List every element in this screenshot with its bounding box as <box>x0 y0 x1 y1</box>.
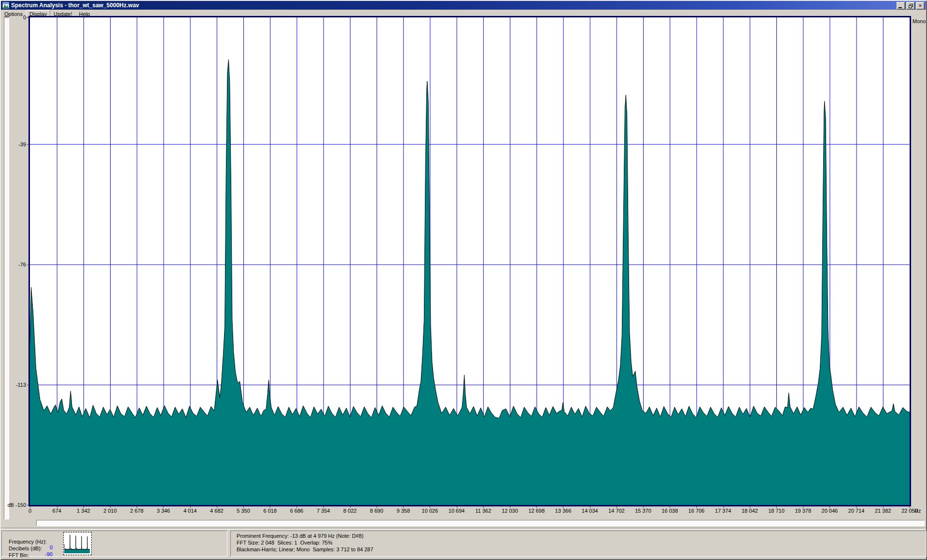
window-title: Spectrum Analysis - thor_wt_saw_5000Hz.w… <box>11 2 139 9</box>
freq-tick-label: 8 690 <box>370 508 383 514</box>
fft-size-text: FFT Size: 2 048 Slices: 1 Overlap: 75% <box>237 540 333 546</box>
freq-tick-label: 13 366 <box>555 508 572 514</box>
freq-tick-mark <box>857 506 857 508</box>
freq-tick-label: 18 042 <box>742 508 758 514</box>
status-left-panel: Frequency (Hz): 0 Decibels (dB): -90 FFT… <box>1 531 227 557</box>
freq-tick-mark <box>590 506 590 508</box>
status-right-panel: Prominent Frequency: -13 dB at 4 979 Hz … <box>230 531 927 557</box>
freq-tick-label: 10 026 <box>422 508 438 514</box>
freq-tick-mark <box>137 506 137 508</box>
freq-tick-mark <box>776 506 777 508</box>
freq-tick-mark <box>270 506 270 508</box>
db-tick-mark <box>27 17 29 18</box>
selection-thumbnail <box>63 532 92 555</box>
freq-tick-mark <box>190 506 191 508</box>
freq-tick-label: 16 038 <box>661 508 678 514</box>
freq-tick-mark <box>723 506 724 508</box>
close-icon: ✕ <box>918 4 922 8</box>
freq-tick-label: 20 046 <box>822 508 838 514</box>
freq-unit-label: Hz <box>914 508 921 514</box>
freq-tick-mark <box>163 506 164 508</box>
freq-tick-label: 2 678 <box>130 508 144 514</box>
fft-bin-label: FFT Bin: <box>9 552 29 558</box>
db-tick-mark <box>27 144 29 145</box>
window-function-text: Blackman-Harris; Linear; Mono Samples: 3… <box>237 546 373 553</box>
freq-tick-label: 0 <box>28 508 31 514</box>
freq-tick-label: 4 014 <box>183 508 197 514</box>
freq-tick-mark <box>829 506 830 508</box>
freq-tick-mark <box>457 506 457 508</box>
freq-tick-mark <box>296 506 297 508</box>
db-tick-label: -76 <box>0 262 26 267</box>
db-tick-label: dB -150 <box>0 502 26 508</box>
freq-tick-mark <box>430 506 430 508</box>
freq-tick-label: 6 018 <box>264 508 277 514</box>
freq-tick-label: 674 <box>53 508 61 514</box>
freq-tick-mark <box>84 506 84 508</box>
freq-tick-label: 15 370 <box>635 508 651 514</box>
freq-tick-mark <box>323 506 324 508</box>
freq-tick-mark <box>403 506 404 508</box>
freq-tick-mark <box>350 506 351 508</box>
minimize-button[interactable] <box>897 2 905 10</box>
freq-tick-label: 11 362 <box>475 508 491 514</box>
freq-tick-label: 1 342 <box>77 508 90 514</box>
freq-tick-mark <box>617 506 617 508</box>
freq-tick-label: 3 346 <box>157 508 170 514</box>
restore-button[interactable] <box>906 2 915 10</box>
app-icon <box>2 2 9 9</box>
frequency-label: Frequency (Hz): <box>9 539 47 545</box>
freq-tick-label: 14 034 <box>582 508 598 514</box>
prominent-frequency-text: Prominent Frequency: -13 dB at 4 979 Hz … <box>237 533 364 540</box>
spectrum-outline <box>30 60 910 419</box>
decibels-label: Decibels (dB): <box>9 546 42 551</box>
freq-tick-label: 9 358 <box>396 508 410 514</box>
freq-tick-mark <box>243 506 244 508</box>
spectrum-plot[interactable] <box>30 17 910 505</box>
freq-tick-label: 12 698 <box>528 508 545 514</box>
close-button[interactable]: ✕ <box>916 2 925 10</box>
freq-tick-mark <box>563 506 563 508</box>
spectrum-outline <box>64 535 90 550</box>
db-tick-mark <box>27 385 29 385</box>
decibels-value: -90 <box>28 551 53 557</box>
freq-tick-label: 2 010 <box>103 508 117 514</box>
freq-tick-mark <box>696 506 697 508</box>
freq-tick-label: 10 694 <box>449 508 465 514</box>
freq-tick-label: 16 706 <box>688 508 705 514</box>
db-tick-mark <box>27 265 29 265</box>
freq-tick-mark <box>536 506 537 508</box>
db-tick-label: -113 <box>0 382 26 388</box>
freq-tick-mark <box>57 506 57 508</box>
freq-tick-mark <box>510 506 510 508</box>
window-controls: ✕ <box>896 2 925 10</box>
freq-tick-label: 21 382 <box>875 508 891 514</box>
freq-tick-label: 7 354 <box>317 508 330 514</box>
spectrum-area <box>30 60 910 505</box>
restore-icon <box>909 4 913 8</box>
freq-tick-mark <box>483 506 484 508</box>
db-tick-mark <box>27 505 29 505</box>
freq-tick-label: 18 710 <box>768 508 785 514</box>
freq-tick-label: 6 686 <box>290 508 304 514</box>
freq-tick-label: 8 022 <box>343 508 357 514</box>
db-tick-label: -39 <box>0 141 26 147</box>
minimize-icon <box>899 7 902 8</box>
freq-tick-mark <box>910 506 910 508</box>
title-bar[interactable]: Spectrum Analysis - thor_wt_saw_5000Hz.w… <box>1 1 926 10</box>
freq-tick-mark <box>803 506 803 508</box>
status-divider <box>1 528 926 530</box>
freq-tick-mark <box>377 506 377 508</box>
fft-bin-value: 0 <box>28 558 53 560</box>
channel-label: Mono <box>913 18 926 24</box>
bottom-scroll-track[interactable] <box>36 520 925 526</box>
freq-tick-label: 5 350 <box>237 508 250 514</box>
freq-tick-label: 4 682 <box>210 508 224 514</box>
freq-tick-label: 19 378 <box>795 508 811 514</box>
db-tick-label: 0 <box>0 14 26 20</box>
left-scroll-track[interactable] <box>4 17 9 519</box>
freq-tick-mark <box>110 506 111 508</box>
mini-spectrum <box>64 533 90 553</box>
plot-frame <box>28 16 911 506</box>
window: Spectrum Analysis - thor_wt_saw_5000Hz.w… <box>0 0 927 560</box>
